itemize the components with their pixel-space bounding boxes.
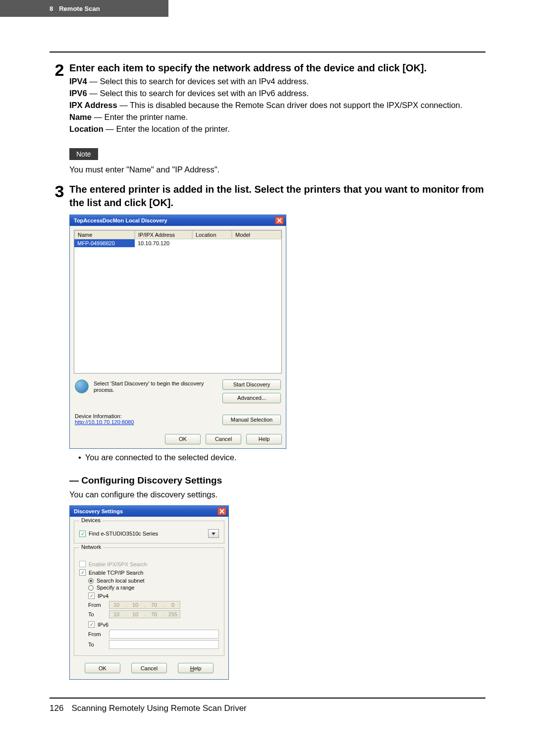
ipv4-desc: — Select this to search for devices set …: [87, 77, 309, 86]
specify-range-label: Specify a range: [97, 585, 134, 591]
discovery-settings-dialog: Discovery Settings Devices ✓ Find e-STUD…: [69, 505, 229, 680]
chapter-number: 8: [50, 5, 53, 12]
step-2: 2 Enter each item to specify the network…: [50, 61, 485, 176]
devices-dropdown-button[interactable]: [208, 529, 219, 538]
dialog1-cancel-button[interactable]: Cancel: [206, 434, 241, 444]
dialog2-help-button[interactable]: Help: [178, 663, 214, 673]
tcpip-search-checkbox[interactable]: ✓: [79, 569, 86, 576]
step-3-bullet: • You are connected to the selected devi…: [69, 453, 485, 462]
specify-range-radio[interactable]: [88, 585, 94, 591]
oct: 0: [167, 602, 179, 608]
devices-group: Devices ✓ Find e-STUDIO3510c Series: [74, 521, 224, 543]
col-ip[interactable]: IP/IPX Address: [135, 230, 192, 239]
devices-checkbox[interactable]: ✓: [79, 531, 86, 537]
close-icon[interactable]: [217, 507, 226, 515]
ipv4-label: IPv4: [98, 593, 108, 599]
help-rest: elp: [194, 665, 202, 671]
row-location: [192, 239, 232, 247]
row-name: MFP-04998820: [74, 239, 135, 247]
ipx-label: IPX Address: [69, 101, 117, 109]
dialog1-title: TopAccessDocMon Local Discovery: [74, 217, 167, 223]
globe-icon: [75, 379, 89, 393]
dialog2-cancel-button[interactable]: Cancel: [131, 663, 167, 673]
specify-range-row[interactable]: Specify a range: [88, 585, 219, 591]
network-legend: Network: [79, 544, 103, 550]
help-pre: H: [190, 665, 194, 671]
devices-value: Find e-STUDIO3510c Series: [89, 531, 205, 537]
oct: 10: [129, 602, 141, 608]
ipv6-desc: — Select this to search for devices set …: [87, 89, 309, 98]
manual-selection-button[interactable]: Manual Selection: [222, 415, 281, 425]
ipv6-to-row: To: [88, 640, 219, 649]
oct: 255: [167, 611, 179, 617]
ipv4-from-input[interactable]: 10. 10. 70. 0: [109, 601, 180, 609]
ipx-search-label: Enable IPX/SPX Search: [89, 561, 147, 567]
device-list-row[interactable]: MFP-04998820 10.10.70.120: [74, 239, 281, 247]
col-name[interactable]: Name: [74, 230, 135, 239]
search-local-radio[interactable]: [88, 578, 94, 584]
page-footer-text: Scanning Remotely Using Remote Scan Driv…: [71, 703, 246, 713]
to-label: To: [88, 611, 104, 617]
ipv4-checkbox[interactable]: ✓: [88, 593, 95, 599]
note-box: Note: [69, 148, 98, 160]
location-label: Location: [69, 124, 104, 133]
oct: 10: [110, 611, 122, 617]
step-2-title: Enter each item to specify the network a…: [69, 61, 485, 75]
ipv4-label: IPV4: [69, 77, 87, 86]
to-label-2: To: [88, 642, 104, 648]
oct: 10: [129, 611, 141, 617]
col-location[interactable]: Location: [192, 230, 232, 239]
device-info-link[interactable]: http://10.10.70.120:8080: [75, 419, 134, 425]
device-info-label: Device Information:: [75, 413, 134, 419]
device-list[interactable]: Name IP/IPX Address Location Model MFP-0…: [74, 230, 282, 374]
ipv6-row[interactable]: ✓ IPv6: [88, 621, 219, 628]
local-discovery-dialog: TopAccessDocMon Local Discovery Name IP/…: [69, 215, 286, 449]
step-3-bullet-text: You are connected to the selected device…: [85, 453, 237, 462]
oct: 70: [148, 602, 160, 608]
step-3-title: The entered printer is added in the list…: [69, 183, 485, 210]
ipv6-from-input[interactable]: [109, 630, 219, 639]
step-3: 3 The entered printer is added in the li…: [50, 183, 485, 680]
dialog1-ok-button[interactable]: OK: [165, 434, 201, 444]
page-header: 8 Remote Scan: [0, 0, 168, 17]
step-2-number: 2: [50, 61, 69, 78]
page-number: 126: [50, 703, 63, 713]
search-local-row[interactable]: Search local subnet: [88, 578, 219, 584]
name-desc: — Enter the printer name.: [92, 112, 188, 121]
ipx-search-row: Enable IPX/SPX Search: [79, 561, 219, 567]
row-model: [232, 239, 281, 247]
location-desc: — Enter the location of the printer.: [104, 124, 230, 133]
col-model[interactable]: Model: [232, 230, 281, 239]
ipv6-checkbox[interactable]: ✓: [88, 621, 95, 628]
ipv6-to-input[interactable]: [109, 640, 219, 649]
config-discovery-heading: — Configuring Discovery Settings: [69, 475, 485, 486]
ipv4-from-row: From 10. 10. 70. 0: [88, 601, 219, 609]
start-discovery-button[interactable]: Start Discovery: [222, 379, 281, 390]
dialog1-help-button[interactable]: Help: [246, 434, 282, 444]
step-3-number: 3: [50, 183, 69, 200]
oct: 10: [110, 602, 122, 608]
discovery-hint: Select 'Start Discovery' to begin the di…: [94, 379, 217, 393]
network-group: Network Enable IPX/SPX Search ✓ Enable T…: [74, 547, 224, 656]
top-rule: [50, 52, 485, 53]
tcpip-search-row[interactable]: ✓ Enable TCP/IP Search: [79, 569, 219, 576]
from-label-2: From: [88, 631, 104, 637]
devices-legend: Devices: [79, 517, 103, 523]
dialog2-titlebar: Discovery Settings: [70, 506, 228, 517]
search-local-label: Search local subnet: [97, 578, 145, 584]
name-label: Name: [69, 112, 92, 121]
ipv6-label: IPv6: [98, 622, 108, 628]
dialog2-title: Discovery Settings: [74, 508, 123, 514]
close-icon[interactable]: [275, 216, 284, 224]
chapter-title: Remote Scan: [59, 5, 100, 12]
ipv6-label: IPV6: [69, 89, 87, 98]
advanced-button[interactable]: Advanced...: [222, 393, 281, 403]
ipx-desc: — This is disabled because the Remote Sc…: [117, 101, 463, 109]
ipv4-row[interactable]: ✓ IPv4: [88, 593, 219, 599]
tcpip-search-label: Enable TCP/IP Search: [89, 570, 143, 576]
oct: 70: [148, 611, 160, 617]
dialog2-ok-button[interactable]: OK: [85, 663, 120, 673]
ipv6-from-row: From: [88, 630, 219, 639]
row-ip: 10.10.70.120: [135, 239, 192, 247]
ipv4-to-input[interactable]: 10. 10. 70. 255: [109, 610, 180, 618]
